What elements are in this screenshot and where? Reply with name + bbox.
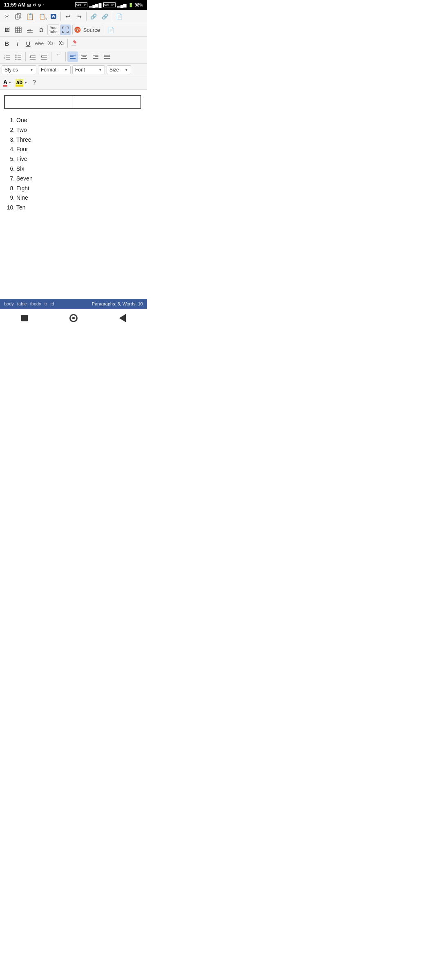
help-button[interactable]: ? [31, 78, 38, 87]
styles-arrow-icon: ▼ [30, 68, 33, 72]
link-button[interactable]: 🔗 [88, 11, 99, 22]
list-item: Ten [16, 203, 143, 213]
align-left-button[interactable] [67, 51, 78, 62]
bold-button[interactable]: B [2, 38, 12, 49]
align-right-button[interactable] [90, 51, 101, 62]
size-dropdown[interactable]: Size ▼ [107, 65, 131, 74]
list-item: Six [16, 164, 143, 174]
divider5 [104, 25, 104, 34]
highlight-arrow-icon: ▼ [24, 81, 27, 85]
toolbar: ✂ 📋 📋A W ↩ ↪ 🔗 🔗 📄 🖼 [0, 10, 147, 90]
youtube-button[interactable]: YouTube [47, 24, 59, 35]
svg-rect-11 [73, 40, 76, 44]
styles-dropdown[interactable]: Styles ▼ [2, 65, 36, 74]
home-button[interactable] [65, 312, 82, 324]
font-dropdown[interactable]: Font ▼ [72, 65, 105, 74]
paste-word-button[interactable]: W [48, 11, 59, 22]
toolbar-row-media: 🖼 A B Ω YouTube [0, 23, 147, 37]
source-button[interactable]: Source [81, 26, 102, 34]
list-item: Five [16, 154, 143, 164]
list-item: Four [16, 145, 143, 154]
tag-tr[interactable]: tr [45, 301, 47, 306]
strikethrough-button[interactable]: abc [33, 38, 45, 49]
tag-body[interactable]: body [4, 301, 14, 306]
table-cell-2[interactable] [73, 96, 141, 109]
format-dropdown[interactable]: Format ▼ [38, 65, 71, 74]
svg-point-19 [16, 57, 17, 58]
italic-button[interactable]: I [12, 38, 23, 49]
table-button[interactable] [13, 24, 24, 35]
align-center-button[interactable] [79, 51, 89, 62]
table-cell-1[interactable] [4, 96, 73, 109]
back-icon [119, 314, 126, 322]
align-justify-button[interactable] [102, 51, 112, 62]
subscript-button[interactable]: X2 [45, 38, 56, 49]
volte2-icon: VoLTE [103, 2, 116, 7]
toolbar-row-align: 1. 2. [0, 50, 147, 64]
status-bar: 11:59 AM 🖂 ↺ ⊙ · VoLTE ▂▄▆█ VoLTE ▂▄▆ 🔋 … [0, 0, 147, 10]
battery-percent: 98% [135, 3, 143, 7]
battery-icon: 🔋 [128, 3, 133, 7]
highlight-color-button[interactable]: ab ▼ [15, 78, 28, 87]
tag-td[interactable]: td [50, 301, 54, 306]
stop-button[interactable] [16, 312, 33, 324]
footer-tags: body table tbody tr td [4, 301, 54, 306]
source-label: Source [83, 27, 100, 33]
fullscreen-button[interactable] [60, 24, 71, 35]
format-label: Format [41, 67, 56, 73]
undo-button[interactable]: ↩ [62, 11, 73, 22]
cut-button[interactable]: ✂ [2, 11, 12, 22]
table [4, 95, 141, 109]
svg-text:2.: 2. [4, 57, 5, 59]
paste-button[interactable]: 📋 [24, 11, 36, 22]
image-button[interactable]: 🖼 [2, 24, 12, 35]
divider6 [67, 39, 68, 48]
divider7 [25, 52, 26, 61]
signal2-icon: ▂▄▆ [117, 3, 127, 7]
text-color-label: A [3, 79, 7, 87]
footer-stats: Paragraphs: 3, Words: 10 [92, 301, 143, 306]
numbered-list-button[interactable]: 1. 2. [2, 51, 12, 62]
font-arrow-icon: ▼ [98, 68, 102, 72]
redo-button[interactable]: ↪ [74, 11, 85, 22]
unlink-button[interactable]: 🔗 [100, 11, 110, 22]
special-char-button[interactable]: Ω [36, 24, 47, 35]
divider9 [65, 52, 66, 61]
underline-button[interactable]: U [23, 38, 33, 49]
styles-label: Styles [4, 67, 18, 73]
time-display: 11:59 AM [4, 2, 25, 8]
tag-table[interactable]: table [17, 301, 27, 306]
divider4 [72, 25, 73, 34]
text-color-arrow-icon: ▼ [8, 81, 11, 85]
size-label: Size [109, 67, 119, 73]
editor-area[interactable]: OneTwoThreeFourFiveSixSevenEightNineTen [0, 90, 147, 299]
divider3 [112, 12, 112, 21]
svg-rect-2 [16, 27, 21, 33]
list-item: Nine [16, 193, 143, 203]
dot-icon: · [42, 2, 44, 8]
copy-button[interactable] [13, 11, 24, 22]
list-item: Seven [16, 174, 143, 184]
msg-icon: 🖂 [27, 3, 31, 7]
text-color-button[interactable]: A ▼ [2, 78, 12, 87]
back-button[interactable] [114, 312, 131, 324]
divider8 [51, 52, 51, 61]
toolbar-row-edit: ✂ 📋 📋A W ↩ ↪ 🔗 🔗 📄 [0, 10, 147, 23]
outdent-button[interactable] [27, 51, 38, 62]
clear-format-button[interactable] [69, 38, 79, 49]
size-arrow-icon: ▼ [125, 68, 128, 72]
blockquote-button[interactable]: " [53, 51, 64, 62]
editor-footer: body table tbody tr td Paragraphs: 3, Wo… [0, 299, 147, 309]
format-abc-button[interactable]: A B [24, 24, 35, 35]
bullet-list-button[interactable] [13, 51, 24, 62]
insert-button[interactable]: 📄 [114, 11, 125, 22]
superscript-button[interactable]: X2 [56, 38, 67, 49]
svg-point-20 [16, 59, 17, 60]
format-arrow-icon: ▼ [64, 68, 68, 72]
highlight-label: ab [16, 79, 23, 87]
tag-tbody[interactable]: tbody [30, 301, 41, 306]
blank-page-button[interactable]: 📄 [106, 24, 116, 35]
paste-text-button[interactable]: 📋A [37, 11, 47, 22]
home-icon-inner [72, 317, 75, 319]
indent-button[interactable] [39, 51, 49, 62]
